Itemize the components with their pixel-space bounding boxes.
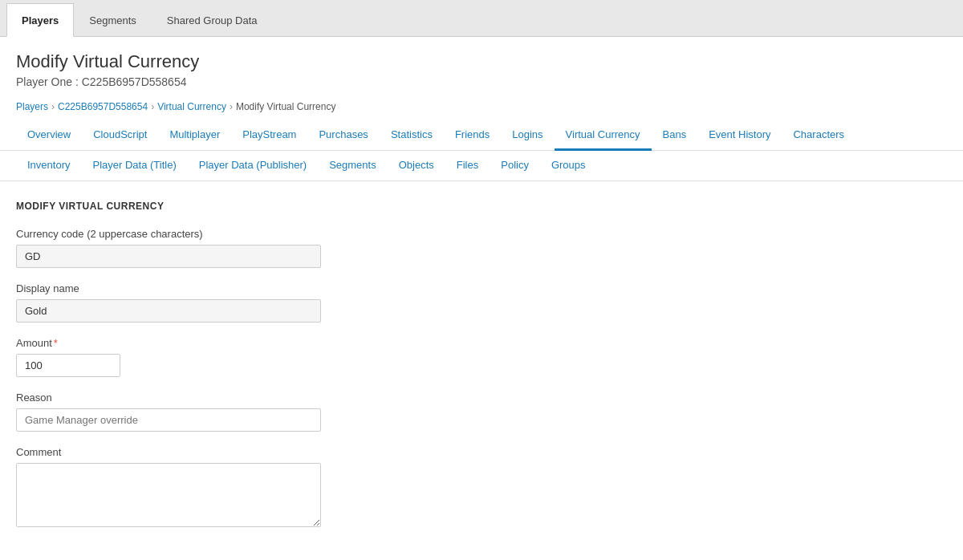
top-nav-tab-players[interactable]: Players (6, 3, 74, 37)
tab-bar-1: Overview CloudScript Multiplayer PlayStr… (0, 120, 963, 151)
breadcrumb-sep-2: › (151, 101, 154, 112)
breadcrumb-players[interactable]: Players (16, 101, 48, 112)
breadcrumb-virtual-currency[interactable]: Virtual Currency (157, 101, 226, 112)
reason-group: Reason (16, 392, 947, 432)
comment-label: Comment (16, 446, 947, 458)
reason-label: Reason (16, 392, 947, 404)
breadcrumb-sep-1: › (51, 101, 55, 112)
page-title: Modify Virtual Currency (16, 51, 947, 72)
display-name-input[interactable] (16, 299, 321, 323)
tab-groups[interactable]: Groups (540, 151, 597, 181)
tab-player-data-publisher[interactable]: Player Data (Publisher) (188, 151, 318, 181)
breadcrumb-current: Modify Virtual Currency (236, 101, 336, 112)
form-section-title: MODIFY VIRTUAL CURRENCY (16, 201, 947, 212)
comment-textarea[interactable] (16, 463, 321, 527)
amount-group: Amount* (16, 337, 947, 377)
tab-playstream[interactable]: PlayStream (231, 120, 307, 151)
tab-statistics[interactable]: Statistics (380, 120, 444, 151)
top-nav-tab-segments[interactable]: Segments (74, 3, 152, 36)
tab-virtual-currency[interactable]: Virtual Currency (555, 120, 652, 151)
tab-bar-2: Inventory Player Data (Title) Player Dat… (0, 151, 963, 181)
comment-group: Comment (16, 446, 947, 530)
display-name-group: Display name (16, 282, 947, 323)
amount-input[interactable] (16, 354, 120, 377)
reason-input[interactable] (16, 408, 321, 432)
breadcrumb: Players › C225B6957D558654 › Virtual Cur… (0, 101, 963, 120)
tab-multiplayer[interactable]: Multiplayer (158, 120, 231, 151)
tab-cloudscript[interactable]: CloudScript (82, 120, 158, 151)
required-star: * (54, 337, 58, 349)
tab-segments[interactable]: Segments (318, 151, 388, 181)
display-name-label: Display name (16, 282, 947, 294)
breadcrumb-sep-3: › (230, 101, 233, 112)
breadcrumb-player-id[interactable]: C225B6957D558654 (58, 101, 148, 112)
tab-logins[interactable]: Logins (501, 120, 554, 151)
top-nav-bar: Players Segments Shared Group Data (0, 0, 963, 37)
amount-label: Amount* (16, 337, 947, 349)
tab-inventory[interactable]: Inventory (16, 151, 81, 181)
currency-code-input[interactable] (16, 245, 321, 268)
form-section: MODIFY VIRTUAL CURRENCY Currency code (2… (0, 181, 963, 560)
top-nav-tab-shared-group-data[interactable]: Shared Group Data (152, 3, 273, 36)
page-header: Modify Virtual Currency Player One : C22… (0, 37, 963, 101)
tab-policy[interactable]: Policy (490, 151, 540, 181)
tab-event-history[interactable]: Event History (697, 120, 782, 151)
tab-objects[interactable]: Objects (388, 151, 445, 181)
tab-player-data-title[interactable]: Player Data (Title) (81, 151, 187, 181)
tab-purchases[interactable]: Purchases (307, 120, 379, 151)
tab-overview[interactable]: Overview (16, 120, 82, 151)
tab-files[interactable]: Files (445, 151, 490, 181)
player-subtitle: Player One : C225B6957D558654 (16, 75, 947, 88)
tab-bans[interactable]: Bans (652, 120, 698, 151)
currency-code-label: Currency code (2 uppercase characters) (16, 228, 947, 240)
currency-code-group: Currency code (2 uppercase characters) (16, 228, 947, 268)
tab-friends[interactable]: Friends (444, 120, 501, 151)
tab-characters[interactable]: Characters (782, 120, 855, 151)
